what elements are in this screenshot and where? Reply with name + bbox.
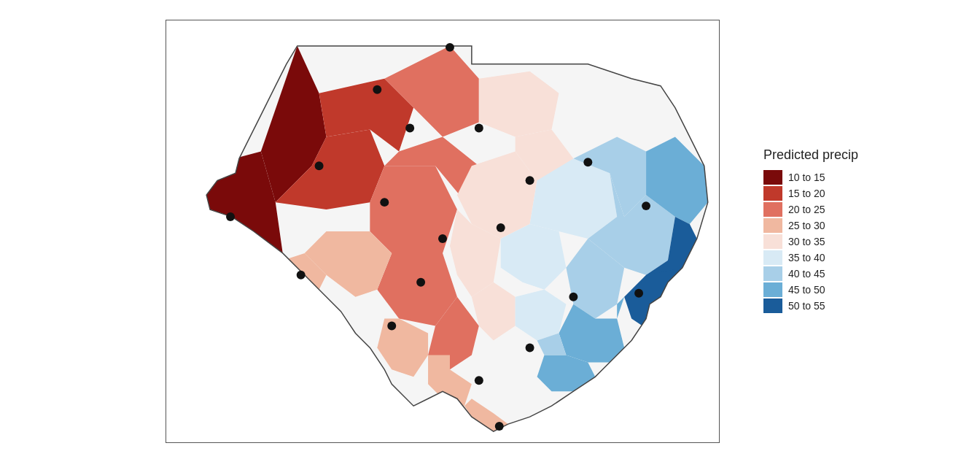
legend-item: 40 to 45 [763,266,858,281]
legend-swatch [763,186,782,201]
legend-label: 35 to 40 [788,252,825,263]
legend-label: 25 to 30 [788,220,825,231]
legend-item: 20 to 25 [763,202,858,217]
data-point [380,198,389,207]
legend-container: Predicted precip 10 to 1515 to 2020 to 2… [763,147,858,315]
legend-swatch [763,234,782,249]
legend-item: 45 to 50 [763,282,858,297]
data-point [475,376,483,385]
legend-label: 50 to 55 [788,300,825,312]
data-point [583,158,592,166]
legend-item: 25 to 30 [763,218,858,233]
legend-item: 50 to 55 [763,299,858,313]
legend-label: 45 to 50 [788,284,825,296]
legend-item: 35 to 40 [763,250,858,265]
legend-swatch [763,266,782,281]
legend-item: 10 to 15 [763,170,858,185]
legend-swatch [763,218,782,233]
data-point [405,123,414,132]
data-point [569,292,578,301]
map-frame [166,20,720,443]
legend-swatch [763,202,782,217]
legend-swatch [763,282,782,297]
data-point [315,161,324,170]
data-point [475,123,483,132]
data-point [373,85,381,93]
legend-title: Predicted precip [763,147,858,163]
data-point [387,321,396,330]
data-point [526,176,534,185]
chart-container: Predicted precip 10 to 1515 to 2020 to 2… [0,0,980,462]
legend-label: 30 to 35 [788,236,825,247]
data-point [497,223,505,232]
data-point [634,288,643,297]
data-point [642,201,650,210]
legend-label: 15 to 20 [788,188,825,199]
data-point [226,212,235,221]
data-point [438,234,447,242]
data-point [526,343,534,352]
data-point [495,422,504,431]
legend-item: 30 to 35 [763,234,858,249]
data-point [416,277,425,286]
data-point [297,270,306,279]
legend-swatch [763,250,782,265]
data-point [446,42,454,51]
legend-label: 10 to 15 [788,172,825,183]
legend-label: 20 to 25 [788,204,825,215]
legend-swatch [763,170,782,185]
map-svg [166,20,719,442]
legend-item: 15 to 20 [763,186,858,201]
legend-swatch [763,299,782,313]
legend-label: 40 to 45 [788,268,825,280]
